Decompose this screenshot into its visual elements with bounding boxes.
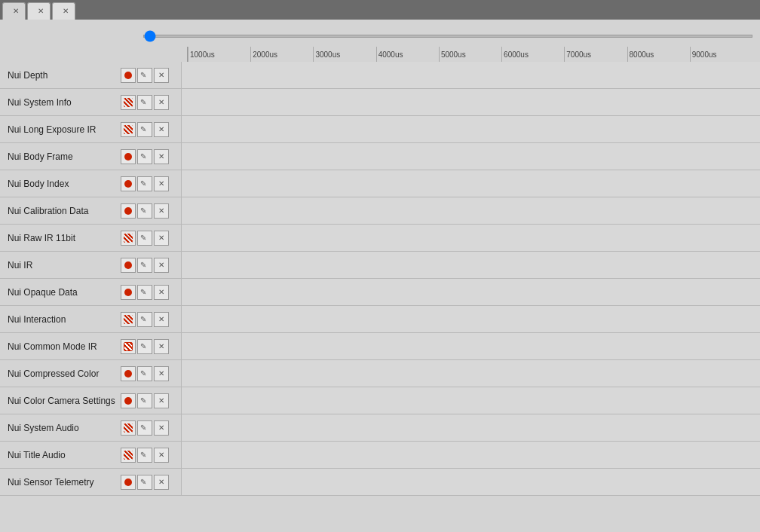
- sensor-timeline-10: [181, 333, 760, 359]
- clear-button-8[interactable]: ✕: [154, 285, 169, 300]
- clear-button-4[interactable]: ✕: [154, 176, 169, 191]
- sensor-row: Nui Long Exposure IR✎✕: [0, 116, 760, 143]
- clear-button-14[interactable]: ✕: [154, 448, 169, 463]
- clear-icon-9: ✕: [158, 315, 164, 323]
- clear-button-15[interactable]: ✕: [154, 475, 169, 490]
- main-content: 1000us2000us3000us4000us5000us6000us7000…: [0, 20, 760, 532]
- edit-button-2[interactable]: ✎: [137, 122, 152, 137]
- record-button-10[interactable]: [121, 339, 136, 354]
- ruler-mark-7: 8000us: [627, 47, 690, 62]
- sensor-row: Nui Interaction✎✕: [0, 306, 760, 333]
- record-icon-check-10: [124, 342, 133, 351]
- edit-button-6[interactable]: ✎: [137, 231, 152, 246]
- clear-icon-4: ✕: [158, 179, 164, 188]
- tab-file-control[interactable]: ✕: [27, 2, 51, 20]
- record-button-3[interactable]: [121, 149, 136, 164]
- edit-icon-14: ✎: [140, 451, 149, 460]
- clear-button-10[interactable]: ✕: [154, 339, 169, 354]
- record-button-6[interactable]: [121, 231, 136, 246]
- sensor-row: Nui Calibration Data✎✕: [0, 197, 760, 225]
- record-button-7[interactable]: [121, 258, 136, 273]
- edit-button-11[interactable]: ✎: [137, 366, 152, 381]
- record-button-4[interactable]: [121, 176, 136, 191]
- edit-button-9[interactable]: ✎: [137, 312, 152, 327]
- edit-button-0[interactable]: ✎: [137, 68, 152, 83]
- record-button-2[interactable]: [121, 122, 136, 137]
- clear-icon-5: ✕: [158, 206, 164, 215]
- clear-button-1[interactable]: ✕: [154, 95, 169, 110]
- clear-button-3[interactable]: ✕: [154, 149, 169, 164]
- edit-button-7[interactable]: ✎: [137, 258, 152, 273]
- edit-icon-6: ✎: [140, 234, 149, 243]
- sensor-controls-0: ✎✕: [121, 68, 181, 83]
- sensor-label-3: Nui Body Frame: [0, 151, 121, 162]
- record-button-11[interactable]: [121, 366, 136, 381]
- clear-icon-13: ✕: [158, 423, 164, 432]
- tab-output-close[interactable]: ✕: [63, 8, 69, 15]
- clear-button-2[interactable]: ✕: [154, 122, 169, 137]
- sensor-controls-5: ✎✕: [121, 203, 181, 219]
- clear-button-11[interactable]: ✕: [154, 366, 169, 381]
- sensor-timeline-11: [181, 360, 760, 387]
- tab-output[interactable]: ✕: [52, 2, 75, 20]
- edit-button-12[interactable]: ✎: [137, 393, 152, 408]
- record-button-14[interactable]: [121, 448, 136, 463]
- sensor-controls-14: ✎✕: [121, 448, 181, 463]
- record-button-8[interactable]: [121, 285, 136, 300]
- clear-button-12[interactable]: ✕: [154, 393, 169, 408]
- record-button-5[interactable]: [121, 203, 136, 219]
- edit-button-1[interactable]: ✎: [137, 95, 152, 110]
- sensor-label-5: Nui Calibration Data: [0, 206, 121, 216]
- rows-container[interactable]: Nui Depth✎✕Nui System Info✎✕Nui Long Exp…: [0, 62, 760, 532]
- record-button-1[interactable]: [121, 95, 136, 110]
- edit-button-3[interactable]: ✎: [137, 149, 152, 164]
- edit-icon-15: ✎: [140, 478, 149, 487]
- edit-icon-10: ✎: [140, 342, 149, 351]
- record-icon-12: [124, 397, 132, 405]
- edit-button-4[interactable]: ✎: [137, 176, 152, 191]
- app-container: ✕ ✕ ✕ 1000us2000us3000us4000us5000us6000: [0, 0, 760, 532]
- clear-button-9[interactable]: ✕: [154, 312, 169, 327]
- sensor-label-14: Nui Title Audio: [0, 450, 121, 460]
- time-slider[interactable]: [143, 35, 752, 38]
- record-button-0[interactable]: [121, 68, 136, 83]
- record-icon-5: [124, 207, 132, 215]
- edit-icon-4: ✎: [140, 179, 149, 188]
- sensor-timeline-5: [181, 197, 760, 224]
- tab-live-control[interactable]: ✕: [2, 2, 26, 20]
- sensor-controls-6: ✎✕: [121, 231, 181, 246]
- time-slider-container: [143, 29, 752, 40]
- edit-button-14[interactable]: ✎: [137, 448, 152, 463]
- clear-button-5[interactable]: ✕: [154, 203, 169, 219]
- record-button-13[interactable]: [121, 420, 136, 436]
- edit-button-10[interactable]: ✎: [137, 339, 152, 354]
- record-icon-3: [124, 153, 132, 161]
- ruler-marks: 1000us2000us3000us4000us5000us6000us7000…: [188, 47, 752, 62]
- edit-button-13[interactable]: ✎: [137, 420, 152, 436]
- record-icon-15: [124, 478, 132, 486]
- clear-button-6[interactable]: ✕: [154, 231, 169, 246]
- tab-file-control-close[interactable]: ✕: [38, 8, 44, 15]
- clear-button-13[interactable]: ✕: [154, 420, 169, 436]
- clear-button-0[interactable]: ✕: [154, 68, 169, 83]
- record-button-15[interactable]: [121, 475, 136, 490]
- sensor-controls-9: ✎✕: [121, 312, 181, 327]
- edit-button-15[interactable]: ✎: [137, 475, 152, 490]
- record-icon-0: [124, 72, 132, 79]
- sensor-label-10: Nui Common Mode IR: [0, 341, 121, 352]
- record-button-9[interactable]: [121, 312, 136, 327]
- edit-icon-1: ✎: [140, 98, 149, 107]
- clear-icon-14: ✕: [158, 451, 164, 459]
- edit-icon-7: ✎: [140, 261, 149, 270]
- clear-icon-7: ✕: [158, 261, 164, 269]
- clear-button-7[interactable]: ✕: [154, 258, 169, 273]
- tab-live-control-close[interactable]: ✕: [13, 8, 19, 15]
- record-button-12[interactable]: [121, 393, 136, 408]
- sensor-controls-11: ✎✕: [121, 366, 181, 381]
- record-icon-striped-1: [124, 98, 133, 107]
- sensor-label-2: Nui Long Exposure IR: [0, 124, 121, 135]
- record-icon-striped-9: [124, 315, 133, 324]
- sensor-controls-8: ✎✕: [121, 285, 181, 300]
- edit-button-8[interactable]: ✎: [137, 285, 152, 300]
- edit-button-5[interactable]: ✎: [137, 203, 152, 219]
